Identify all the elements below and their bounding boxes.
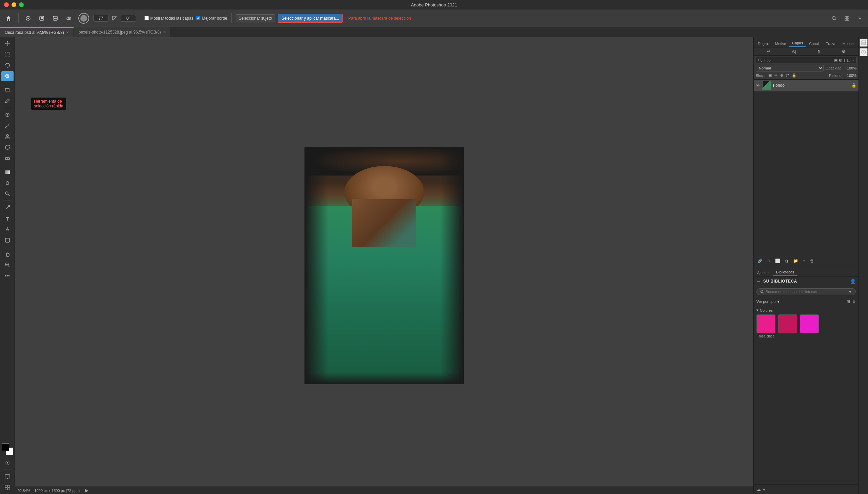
history-brush-tool[interactable]	[1, 142, 14, 152]
tab-close-pexels[interactable]: ✕	[163, 30, 166, 34]
show-all-layers-input[interactable]	[145, 16, 149, 20]
pen-tool[interactable]	[1, 203, 14, 213]
foreground-color-swatch[interactable]	[2, 443, 9, 451]
color-swatches[interactable]	[2, 443, 13, 455]
swatch-box-3[interactable]	[800, 315, 819, 334]
lock-position-icon[interactable]: ✏	[773, 73, 778, 78]
lock-move-icon[interactable]: 🔒	[791, 73, 797, 78]
library-add-btn[interactable]: +	[763, 487, 765, 492]
link-layers-btn[interactable]: 🔗	[756, 258, 764, 264]
lib-search-expand-btn[interactable]: ▼	[848, 290, 852, 294]
intersect-mode-button[interactable]	[63, 14, 74, 22]
show-all-layers-checkbox[interactable]: Mostrar todas las capas	[145, 16, 193, 21]
rp-tab-muestr[interactable]: Muestr.	[840, 40, 857, 47]
gradient-tool[interactable]	[1, 167, 14, 177]
marquee-tool[interactable]	[1, 50, 14, 60]
crop-tool[interactable]	[1, 85, 14, 95]
screen-mode-button[interactable]	[1, 472, 14, 482]
brush-mode-button[interactable]	[36, 14, 47, 22]
hand-tool[interactable]	[1, 249, 14, 259]
arrange-button[interactable]	[842, 14, 852, 22]
healing-tool[interactable]	[1, 110, 14, 120]
adjustments-panel-icon[interactable]	[860, 48, 868, 56]
angle-input[interactable]	[121, 15, 136, 22]
add-mask-btn[interactable]: ⬜	[773, 258, 782, 264]
eyedropper-tool[interactable]	[1, 96, 14, 106]
library-search[interactable]: ▼	[756, 288, 856, 295]
move-tool[interactable]	[1, 39, 14, 49]
tab-close-chica-rosa[interactable]: ✕	[66, 31, 69, 34]
rp-tab-motivo[interactable]: Motivo	[772, 40, 789, 47]
add-layer-style-btn[interactable]: fx	[765, 258, 772, 264]
lock-pixels-icon[interactable]: ▣	[767, 73, 773, 78]
lasso-tool[interactable]	[1, 60, 14, 71]
lib-list-view-btn[interactable]: ≡	[852, 299, 856, 305]
select-mask-button[interactable]: Seleccionar y aplicar máscara...	[278, 14, 343, 23]
filter-pixel-icon[interactable]: ▣	[834, 58, 837, 62]
grid-view-button[interactable]	[1, 482, 14, 493]
rp-tab-capas[interactable]: Capas	[789, 40, 806, 47]
new-layer-btn[interactable]: +	[801, 258, 807, 264]
canvas-area[interactable]: Herramienta deselección rápida 92,84% 10…	[15, 37, 753, 494]
swatch-rosa-chica[interactable]: Rosa chica	[756, 315, 775, 338]
zoom-tool[interactable]	[1, 260, 14, 270]
minimize-button[interactable]	[12, 2, 16, 7]
search-button[interactable]	[829, 14, 839, 22]
swatch-3[interactable]	[800, 315, 819, 338]
select-subject-button[interactable]: Seleccionar sujeto	[236, 14, 275, 22]
tool-options-button[interactable]	[23, 14, 34, 22]
brush-tool[interactable]	[1, 121, 14, 131]
layer-fondo[interactable]: 👁 Fondo 🔒	[754, 80, 858, 92]
eraser-tool[interactable]	[1, 153, 14, 163]
dodge-tool[interactable]	[1, 189, 14, 199]
view-by-type-btn[interactable]: Ver por tipo ▼	[756, 300, 780, 304]
lib-grid-view-btn[interactable]: ⊞	[846, 299, 851, 305]
library-search-input[interactable]	[765, 290, 847, 294]
adjustments-tab[interactable]: Ajustes	[754, 269, 773, 276]
lock-artboard-icon[interactable]: ⊕	[779, 73, 784, 78]
brush-size-input[interactable]	[93, 15, 109, 22]
more-tools-button[interactable]: •••	[1, 271, 14, 281]
status-expand-btn[interactable]: ▶	[85, 488, 89, 493]
canvas[interactable]	[304, 147, 464, 384]
blend-mode-select[interactable]: Normal	[756, 65, 824, 72]
swatch-box-rosa-chica[interactable]	[756, 315, 775, 334]
shape-tool[interactable]	[1, 235, 14, 245]
paragraph-icon[interactable]: ¶	[817, 49, 820, 54]
improve-edge-checkbox[interactable]: Mejorar borde	[196, 16, 227, 21]
history-icon[interactable]: ↩	[767, 49, 770, 54]
home-button[interactable]	[3, 14, 14, 23]
quick-mask-button[interactable]	[1, 458, 14, 468]
filter-adjustment-icon[interactable]: ◐	[839, 58, 842, 62]
swatch-2[interactable]	[778, 315, 797, 338]
text-tool[interactable]: T	[1, 213, 14, 224]
filter-toggle[interactable]: ○	[852, 58, 854, 62]
rp-tab-degra[interactable]: Degra.	[755, 40, 772, 47]
new-group-btn[interactable]: 📁	[791, 258, 800, 264]
layers-search[interactable]: ▣ ◐ T ▢ ○	[756, 57, 856, 63]
clone-stamp-tool[interactable]	[1, 131, 14, 141]
text-props-icon[interactable]: A|	[792, 49, 796, 54]
swatch-box-2[interactable]	[778, 315, 797, 334]
delete-layer-btn[interactable]: 🗑	[808, 258, 816, 264]
rp-tab-canal[interactable]: Canal.	[806, 40, 823, 47]
adjustments-icon[interactable]: ⚙	[842, 49, 846, 54]
filter-type-icon[interactable]: T	[844, 58, 846, 62]
close-button[interactable]	[4, 2, 9, 7]
rp-tab-traza[interactable]: Traza.	[823, 40, 839, 47]
layers-search-input[interactable]	[763, 58, 833, 62]
layers-panel-icon[interactable]	[860, 39, 868, 47]
maximize-button[interactable]	[19, 2, 24, 7]
library-cloud-btn[interactable]: ☁	[756, 487, 761, 492]
libraries-tab[interactable]: Bibliotecas	[773, 269, 797, 276]
blur-tool[interactable]	[1, 178, 14, 188]
tab-pexels[interactable]: pexels-photo-1125328.jpeg al 96,5% (RGB/…	[74, 27, 171, 37]
tab-chica-rosa[interactable]: chica rosa.psd al 92,8% (RGB/8) ✕	[0, 27, 74, 37]
lock-all-icon[interactable]: ⇄	[785, 73, 790, 78]
new-fill-btn[interactable]: ◑	[783, 258, 790, 264]
workspace-button[interactable]	[854, 14, 865, 22]
subtract-mode-button[interactable]	[50, 14, 61, 22]
filter-shape-icon[interactable]: ▢	[847, 58, 850, 62]
library-back-btn[interactable]: ←	[756, 279, 761, 284]
path-selection-tool[interactable]	[1, 224, 14, 234]
